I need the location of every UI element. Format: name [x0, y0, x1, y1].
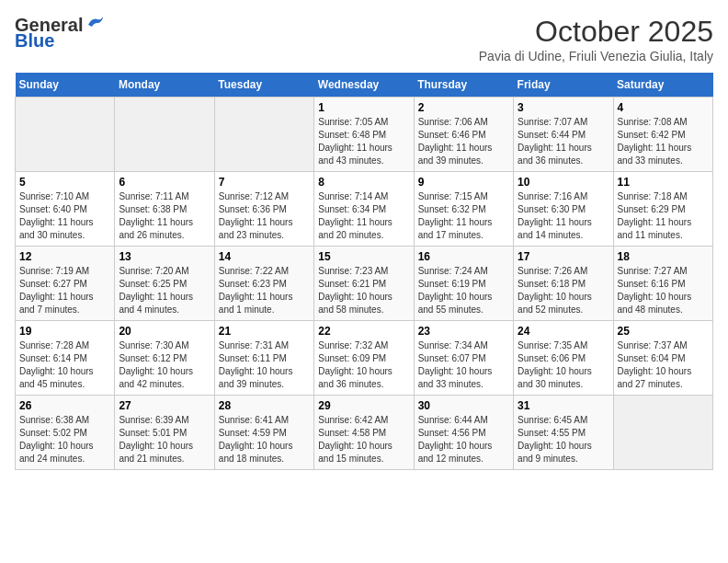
page-header: General Blue October 2025 Pavia di Udine… — [15, 15, 713, 63]
day-info: Sunrise: 7:24 AM Sunset: 6:19 PM Dayligh… — [418, 265, 509, 316]
day-number: 21 — [219, 325, 310, 338]
day-info: Sunrise: 7:32 AM Sunset: 6:09 PM Dayligh… — [318, 339, 409, 391]
calendar-cell: 14Sunrise: 7:22 AM Sunset: 6:23 PM Dayli… — [214, 247, 313, 321]
day-info: Sunrise: 6:45 AM Sunset: 4:55 PM Dayligh… — [518, 414, 609, 465]
day-number: 23 — [418, 325, 509, 338]
calendar-cell: 21Sunrise: 7:31 AM Sunset: 6:11 PM Dayli… — [214, 321, 313, 396]
calendar-cell: 22Sunrise: 7:32 AM Sunset: 6:09 PM Dayli… — [314, 321, 414, 396]
day-number: 16 — [418, 250, 509, 263]
calendar-cell: 7Sunrise: 7:12 AM Sunset: 6:36 PM Daylig… — [214, 172, 313, 247]
calendar-cell: 9Sunrise: 7:15 AM Sunset: 6:32 PM Daylig… — [414, 172, 513, 247]
weekday-header: Tuesday — [214, 73, 313, 98]
day-number: 29 — [318, 399, 409, 412]
calendar-table: SundayMondayTuesdayWednesdayThursdayFrid… — [15, 73, 713, 470]
day-number: 10 — [518, 176, 609, 189]
calendar-cell — [16, 98, 115, 172]
day-info: Sunrise: 7:23 AM Sunset: 6:21 PM Dayligh… — [318, 265, 409, 316]
day-info: Sunrise: 6:41 AM Sunset: 4:59 PM Dayligh… — [219, 414, 310, 465]
calendar-cell: 17Sunrise: 7:26 AM Sunset: 6:18 PM Dayli… — [514, 247, 613, 321]
calendar-cell: 13Sunrise: 7:20 AM Sunset: 6:25 PM Dayli… — [115, 247, 214, 321]
day-info: Sunrise: 7:34 AM Sunset: 6:07 PM Dayligh… — [418, 339, 509, 391]
calendar-week-row: 26Sunrise: 6:38 AM Sunset: 5:02 PM Dayli… — [16, 396, 713, 470]
calendar-cell: 29Sunrise: 6:42 AM Sunset: 4:58 PM Dayli… — [314, 396, 414, 470]
calendar-cell: 11Sunrise: 7:18 AM Sunset: 6:29 PM Dayli… — [613, 172, 712, 247]
calendar-cell — [214, 98, 313, 172]
day-info: Sunrise: 7:35 AM Sunset: 6:06 PM Dayligh… — [518, 339, 609, 391]
weekday-header: Sunday — [16, 73, 115, 98]
calendar-cell: 6Sunrise: 7:11 AM Sunset: 6:38 PM Daylig… — [115, 172, 214, 247]
logo-blue: Blue — [15, 30, 54, 52]
day-number: 3 — [518, 101, 609, 114]
weekday-header: Thursday — [414, 73, 513, 98]
calendar-cell: 25Sunrise: 7:37 AM Sunset: 6:04 PM Dayli… — [613, 321, 712, 396]
calendar-cell: 20Sunrise: 7:30 AM Sunset: 6:12 PM Dayli… — [115, 321, 214, 396]
calendar-week-row: 19Sunrise: 7:28 AM Sunset: 6:14 PM Dayli… — [16, 321, 713, 396]
day-number: 4 — [618, 101, 709, 114]
logo-bird-icon — [85, 16, 105, 32]
calendar-cell — [115, 98, 214, 172]
day-number: 26 — [19, 399, 110, 412]
title-section: October 2025 Pavia di Udine, Friuli Vene… — [479, 15, 713, 63]
calendar-cell: 3Sunrise: 7:07 AM Sunset: 6:44 PM Daylig… — [514, 98, 613, 172]
day-info: Sunrise: 7:11 AM Sunset: 6:38 PM Dayligh… — [119, 190, 210, 242]
calendar-cell: 18Sunrise: 7:27 AM Sunset: 6:16 PM Dayli… — [613, 247, 712, 321]
day-number: 24 — [518, 325, 609, 338]
day-number: 15 — [318, 250, 409, 263]
day-number: 6 — [119, 176, 210, 189]
day-number: 5 — [19, 176, 110, 189]
calendar-week-row: 12Sunrise: 7:19 AM Sunset: 6:27 PM Dayli… — [16, 247, 713, 321]
weekday-header: Wednesday — [314, 73, 414, 98]
calendar-cell: 12Sunrise: 7:19 AM Sunset: 6:27 PM Dayli… — [16, 247, 115, 321]
day-info: Sunrise: 7:10 AM Sunset: 6:40 PM Dayligh… — [19, 190, 110, 242]
day-number: 19 — [19, 325, 110, 338]
calendar-cell: 30Sunrise: 6:44 AM Sunset: 4:56 PM Dayli… — [414, 396, 513, 470]
day-number: 2 — [418, 101, 509, 114]
calendar-cell: 26Sunrise: 6:38 AM Sunset: 5:02 PM Dayli… — [16, 396, 115, 470]
calendar-cell: 1Sunrise: 7:05 AM Sunset: 6:48 PM Daylig… — [314, 98, 414, 172]
day-info: Sunrise: 7:27 AM Sunset: 6:16 PM Dayligh… — [618, 265, 709, 316]
day-number: 18 — [618, 250, 709, 263]
day-number: 17 — [518, 250, 609, 263]
weekday-header: Friday — [514, 73, 613, 98]
day-info: Sunrise: 7:05 AM Sunset: 6:48 PM Dayligh… — [318, 116, 409, 167]
day-info: Sunrise: 7:18 AM Sunset: 6:29 PM Dayligh… — [618, 190, 709, 242]
weekday-header-row: SundayMondayTuesdayWednesdayThursdayFrid… — [16, 73, 713, 98]
day-info: Sunrise: 7:26 AM Sunset: 6:18 PM Dayligh… — [518, 265, 609, 316]
day-info: Sunrise: 7:31 AM Sunset: 6:11 PM Dayligh… — [219, 339, 310, 391]
day-info: Sunrise: 7:19 AM Sunset: 6:27 PM Dayligh… — [19, 265, 110, 316]
calendar-week-row: 5Sunrise: 7:10 AM Sunset: 6:40 PM Daylig… — [16, 172, 713, 247]
calendar-cell: 28Sunrise: 6:41 AM Sunset: 4:59 PM Dayli… — [214, 396, 313, 470]
day-number: 28 — [219, 399, 310, 412]
day-number: 14 — [219, 250, 310, 263]
day-number: 7 — [219, 176, 310, 189]
day-info: Sunrise: 7:12 AM Sunset: 6:36 PM Dayligh… — [219, 190, 310, 242]
calendar-title: October 2025 — [479, 15, 713, 49]
calendar-subtitle: Pavia di Udine, Friuli Venezia Giulia, I… — [479, 49, 713, 63]
day-number: 12 — [19, 250, 110, 263]
calendar-cell: 5Sunrise: 7:10 AM Sunset: 6:40 PM Daylig… — [16, 172, 115, 247]
day-info: Sunrise: 7:16 AM Sunset: 6:30 PM Dayligh… — [518, 190, 609, 242]
weekday-header: Monday — [115, 73, 214, 98]
calendar-cell: 27Sunrise: 6:39 AM Sunset: 5:01 PM Dayli… — [115, 396, 214, 470]
day-number: 1 — [318, 101, 409, 114]
calendar-week-row: 1Sunrise: 7:05 AM Sunset: 6:48 PM Daylig… — [16, 98, 713, 172]
weekday-header: Saturday — [613, 73, 712, 98]
day-number: 27 — [119, 399, 210, 412]
day-info: Sunrise: 7:14 AM Sunset: 6:34 PM Dayligh… — [318, 190, 409, 242]
day-number: 11 — [618, 176, 709, 189]
calendar-cell: 4Sunrise: 7:08 AM Sunset: 6:42 PM Daylig… — [613, 98, 712, 172]
day-info: Sunrise: 6:39 AM Sunset: 5:01 PM Dayligh… — [119, 414, 210, 465]
calendar-cell: 2Sunrise: 7:06 AM Sunset: 6:46 PM Daylig… — [414, 98, 513, 172]
day-info: Sunrise: 7:37 AM Sunset: 6:04 PM Dayligh… — [618, 339, 709, 391]
day-info: Sunrise: 7:28 AM Sunset: 6:14 PM Dayligh… — [19, 339, 110, 391]
day-info: Sunrise: 7:22 AM Sunset: 6:23 PM Dayligh… — [219, 265, 310, 316]
day-info: Sunrise: 7:07 AM Sunset: 6:44 PM Dayligh… — [518, 116, 609, 167]
calendar-cell: 16Sunrise: 7:24 AM Sunset: 6:19 PM Dayli… — [414, 247, 513, 321]
day-info: Sunrise: 7:06 AM Sunset: 6:46 PM Dayligh… — [418, 116, 509, 167]
day-number: 30 — [418, 399, 509, 412]
calendar-cell — [613, 396, 712, 470]
day-number: 31 — [518, 399, 609, 412]
calendar-cell: 15Sunrise: 7:23 AM Sunset: 6:21 PM Dayli… — [314, 247, 414, 321]
day-number: 13 — [119, 250, 210, 263]
logo: General Blue — [15, 15, 105, 52]
